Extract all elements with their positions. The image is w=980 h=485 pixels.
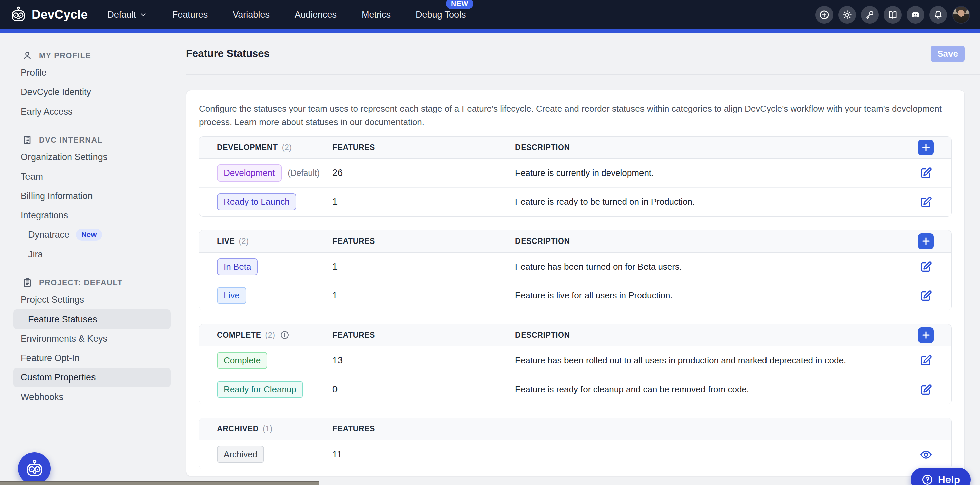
category-live: LIVE(2)FEATURESDESCRIPTIONIn Beta1Featur… (199, 230, 951, 311)
column-header-description: DESCRIPTION (515, 143, 902, 152)
sidebar-item-integrations[interactable]: Integrations (13, 206, 170, 225)
status-badge[interactable]: Ready for Cleanup (217, 381, 303, 398)
question-icon (921, 474, 934, 485)
status-badge[interactable]: Archived (217, 446, 264, 463)
category-name: DEVELOPMENT (217, 143, 278, 152)
category-title: COMPLETE(2) (217, 330, 332, 340)
sidebar-item-profile[interactable]: Profile (13, 63, 170, 82)
header-divider (186, 74, 980, 75)
notifications-button[interactable] (929, 6, 947, 24)
edit-status-button[interactable] (918, 382, 934, 397)
new-badge: New (76, 229, 102, 241)
features-count: 11 (332, 449, 515, 460)
sidebar-item-environments-keys[interactable]: Environments & Keys (13, 329, 170, 348)
category-development: DEVELOPMENT(2)FEATURESDESCRIPTIONDevelop… (199, 136, 951, 217)
sidebar-item-project-settings[interactable]: Project Settings (13, 290, 170, 309)
nav-item-label: Features (172, 10, 208, 20)
column-header-description: DESCRIPTION (515, 237, 902, 246)
help-button[interactable]: Help (911, 468, 970, 485)
sidebar-section-title: MY PROFILE (39, 51, 91, 60)
settings-button[interactable] (838, 6, 856, 24)
status-badge[interactable]: In Beta (217, 258, 258, 275)
sidebar-item-early-access[interactable]: Early Access (13, 102, 170, 121)
nav-item-metrics[interactable]: Metrics (362, 10, 391, 20)
edit-icon (920, 289, 933, 303)
documentation-button[interactable] (884, 6, 902, 24)
edit-status-button[interactable] (918, 353, 934, 368)
user-avatar[interactable] (952, 6, 970, 24)
status-badge[interactable]: Ready to Launch (217, 193, 296, 210)
status-badge[interactable]: Live (217, 287, 247, 304)
nav-item-debug-tools[interactable]: Debug ToolsNEW (415, 10, 466, 20)
status-badge-cell: In Beta (217, 258, 332, 275)
sidebar-item-devcycle-identity[interactable]: DevCycle Identity (13, 82, 170, 102)
new-badge: NEW (446, 0, 473, 9)
sidebar-item-label: Integrations (21, 210, 68, 221)
add-new-button[interactable] (815, 6, 833, 24)
sidebar-item-organization-settings[interactable]: Organization Settings (13, 147, 170, 167)
discord-icon (910, 10, 921, 20)
edit-icon (920, 383, 933, 396)
nav-item-audiences[interactable]: Audiences (294, 10, 337, 20)
devcycle-robot-icon (25, 459, 44, 478)
sidebar-item-team[interactable]: Team (13, 167, 170, 186)
accent-bar (0, 30, 980, 33)
features-count: 13 (332, 355, 515, 366)
plus-icon (921, 143, 931, 152)
status-table-development: DEVELOPMENT(2)FEATURESDESCRIPTIONDevelop… (199, 136, 951, 217)
sidebar-item-label: Profile (21, 68, 46, 78)
primary-nav: FeaturesVariablesAudiencesMetricsDebug T… (172, 10, 466, 20)
nav-item-variables[interactable]: Variables (232, 10, 270, 20)
bottom-scrollbar[interactable] (0, 481, 319, 485)
view-status-button[interactable] (918, 447, 934, 462)
info-icon[interactable] (280, 330, 290, 340)
edit-status-button[interactable] (918, 165, 934, 181)
sidebar-item-label: Project Settings (21, 295, 84, 305)
status-badge[interactable]: Complete (217, 352, 267, 369)
save-button[interactable]: Save (931, 46, 964, 62)
user-icon (22, 50, 33, 61)
add-status-button-development[interactable] (918, 139, 934, 155)
devcycle-robot-icon (25, 459, 44, 478)
page-header: Feature Statuses Save (186, 33, 964, 74)
add-status-button-live[interactable] (918, 233, 934, 249)
api-keys-button[interactable] (861, 6, 879, 24)
sidebar-item-custom-properties[interactable]: Custom Properties (13, 368, 170, 387)
chevron-down-icon (139, 11, 148, 19)
edit-status-button[interactable] (918, 288, 934, 303)
sidebar-item-webhooks[interactable]: Webhooks (13, 387, 170, 407)
sidebar-item-jira[interactable]: Jira (13, 244, 170, 264)
category-name: ARCHIVED (217, 424, 259, 433)
category-complete: COMPLETE(2)FEATURESDESCRIPTIONComplete13… (199, 324, 951, 404)
category-count: (1) (263, 424, 273, 433)
sidebar-item-billing-information[interactable]: Billing Information (13, 186, 170, 206)
edit-icon (920, 260, 933, 273)
edit-status-button[interactable] (918, 194, 934, 210)
nav-item-features[interactable]: Features (172, 10, 208, 20)
devcycle-robot-icon (10, 6, 27, 23)
category-count: (2) (266, 331, 275, 340)
plus-icon (921, 330, 931, 340)
sidebar-item-label: Team (21, 171, 43, 182)
sidebar-item-label: Environments & Keys (21, 334, 107, 344)
status-row-archived: Archived11 (199, 440, 951, 469)
sidebar-item-dynatrace[interactable]: DynatraceNew (13, 225, 170, 244)
question-icon (921, 474, 934, 485)
status-row-complete: Complete13Feature has been rolled out to… (199, 346, 951, 375)
sidebar-item-feature-statuses[interactable]: Feature Statuses (13, 309, 170, 329)
nav-item-label: Variables (232, 10, 270, 20)
status-badge[interactable]: Development (217, 165, 282, 182)
devcycle-assistant-fab[interactable] (18, 452, 51, 485)
edit-status-button[interactable] (918, 259, 934, 274)
category-title: ARCHIVED(1) (217, 424, 332, 433)
devcycle-app: DevCycle Default FeaturesVariablesAudien… (0, 0, 980, 485)
discord-button[interactable] (907, 6, 924, 24)
sidebar-section-project-default: PROJECT: DEFAULT (0, 275, 181, 290)
chevron-down-icon (139, 11, 148, 19)
project-selector-dropdown[interactable]: Default (107, 10, 148, 20)
sidebar-item-feature-opt-in[interactable]: Feature Opt-In (13, 348, 170, 368)
devcycle-logo[interactable]: DevCycle (10, 6, 88, 23)
add-status-button-complete[interactable] (918, 327, 934, 343)
sidebar-item-label: Custom Properties (21, 372, 96, 383)
status-badge-cell: Ready for Cleanup (217, 381, 332, 398)
